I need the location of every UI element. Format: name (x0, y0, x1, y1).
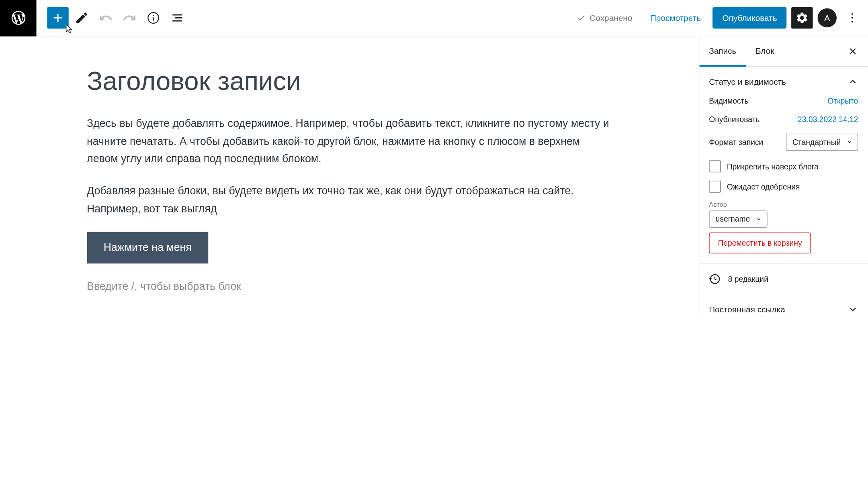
edit-tool-button[interactable] (71, 7, 92, 29)
settings-button[interactable] (791, 7, 813, 29)
sticky-label: Прикрепить наверх блога (727, 162, 819, 171)
button-block[interactable]: Нажмите на меня (87, 232, 208, 264)
publish-date-value[interactable]: 23.03.2022 14:12 (798, 115, 858, 124)
more-options-button[interactable] (841, 7, 863, 29)
revisions-row[interactable]: 8 редакций (699, 263, 868, 294)
check-icon (577, 13, 586, 23)
format-label: Формат записи (709, 138, 763, 147)
block-placeholder[interactable]: Введите /, чтобы выбрать блок (87, 281, 612, 293)
tab-block[interactable]: Блок (746, 37, 784, 66)
panel-permalink[interactable]: Постоянная ссылка (699, 295, 868, 316)
outline-button[interactable] (166, 7, 188, 29)
info-button[interactable] (143, 7, 164, 29)
pending-checkbox[interactable] (709, 181, 721, 193)
wordpress-logo[interactable] (0, 0, 37, 36)
revisions-text: 8 редакций (728, 275, 768, 283)
preview-button[interactable]: Просмотреть (643, 13, 708, 23)
settings-sidebar: Запись Блок Статус и видимость Видимость… (699, 37, 868, 316)
paragraph-block-1[interactable]: Здесь вы будете добавлять содержимое. На… (87, 115, 612, 168)
panel-status-title: Статус и видимость (709, 77, 786, 87)
svg-point-1 (852, 13, 853, 15)
author-select[interactable]: username (709, 210, 767, 228)
saved-text: Сохранено (590, 13, 632, 23)
chevron-up-icon (848, 76, 858, 87)
publish-button[interactable]: Опубликовать (713, 7, 786, 29)
undo-button[interactable] (95, 7, 116, 29)
visibility-value[interactable]: Открыто (827, 97, 858, 106)
editor-canvas[interactable]: Заголовок записи Здесь вы будете добавля… (0, 37, 699, 316)
visibility-label: Видимость (709, 97, 748, 106)
close-sidebar-button[interactable] (838, 37, 868, 66)
chevron-down-icon (848, 304, 858, 315)
format-select[interactable]: Стандартный (786, 134, 858, 151)
svg-point-2 (852, 17, 853, 19)
close-icon (848, 46, 858, 57)
tab-post[interactable]: Запись (699, 37, 746, 67)
redo-button[interactable] (119, 7, 140, 29)
pending-label: Ожидает одобрения (727, 182, 800, 191)
post-title-input[interactable]: Заголовок записи (87, 66, 612, 96)
add-block-button[interactable] (47, 7, 68, 29)
top-toolbar: Сохранено Просмотреть Опубликовать A (0, 0, 868, 37)
sticky-checkbox[interactable] (709, 160, 721, 172)
history-icon (709, 273, 721, 285)
user-avatar[interactable]: A (817, 8, 837, 28)
panel-status-header[interactable]: Статус и видимость (699, 67, 868, 96)
author-label: Автор (709, 201, 858, 208)
publish-date-label: Опубликовать (709, 115, 760, 124)
svg-point-3 (852, 21, 853, 22)
paragraph-block-2[interactable]: Добавляя разные блоки, вы будете видеть … (87, 183, 612, 218)
saved-status: Сохранено (571, 13, 638, 23)
move-to-trash-button[interactable]: Переместить в корзину (709, 232, 811, 253)
